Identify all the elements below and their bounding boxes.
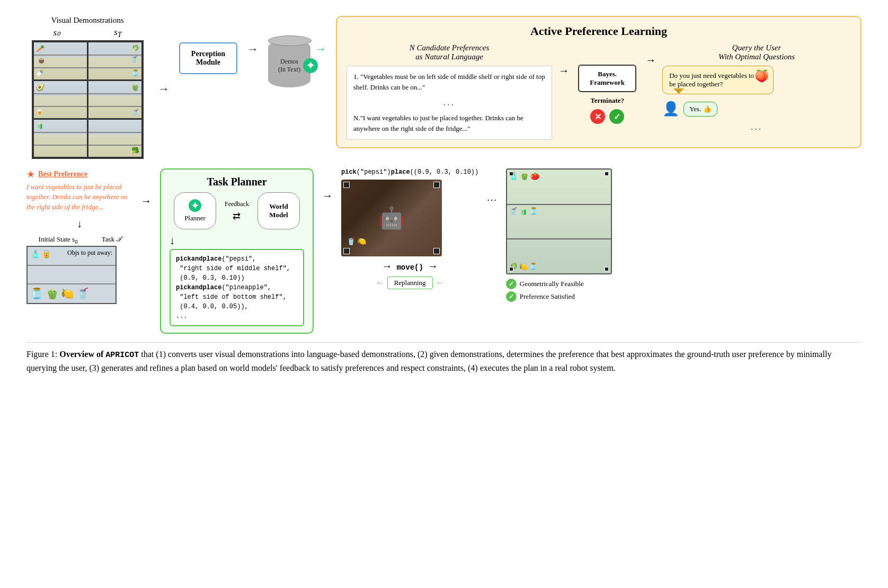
best-pref-section: ★ Best Preference I want vegetables to j… bbox=[26, 168, 132, 212]
s0-label: s₀ bbox=[53, 27, 60, 39]
openai-icon: ✦ bbox=[303, 58, 318, 73]
code-line5: "left side of bottom shelf", bbox=[176, 293, 287, 301]
task-label: Task 𝒯 bbox=[102, 235, 121, 245]
dots1: ... bbox=[353, 95, 545, 110]
speech-bubble-wrapper: 🍑 Do you just need vegetables to be plac… bbox=[662, 66, 851, 94]
robot-images: pick("pepsi") place((0.9, 0.3, 0.10)) 🤖 bbox=[341, 168, 478, 289]
fridge-grid: 🥕 🧉 🍼 🥬 🥤 🫙 bbox=[32, 40, 144, 159]
caption: Figure 1: Overview of APRICOT that (1) c… bbox=[26, 342, 862, 375]
user-bubble: Yes. 👍 bbox=[683, 102, 717, 117]
place-label: place((0.9, 0.3, 0.10)) bbox=[391, 168, 479, 176]
arrow-perc-demos: → bbox=[247, 16, 259, 56]
vis-demo-labels: s₀ sT bbox=[26, 27, 148, 39]
terminate-label: Terminate? bbox=[590, 96, 624, 105]
task-planner-box: Task Planner ✦ Planner Feedback ⇄ WorldM… bbox=[160, 168, 314, 334]
bubble-text: Do you just need vegetables to be placed… bbox=[669, 72, 754, 88]
fridge-cell-5: 🧃 bbox=[34, 120, 87, 157]
perception-label: PerceptionModule bbox=[191, 50, 225, 67]
peach-icon: 🍑 bbox=[754, 69, 769, 83]
badge-check-1: ✓ bbox=[506, 279, 517, 289]
terminate-buttons: ✕ ✓ bbox=[590, 109, 624, 124]
result-fridge: 🧴 🫑 🍅 🥤 🧃 🫙 🥬 🍋 🫙 bbox=[506, 168, 612, 302]
objs-label: Objs to put away: bbox=[67, 249, 112, 257]
code-line6: (0.4, 0.0, 0.05)), bbox=[176, 303, 248, 310]
system-bubble: 🍑 Do you just need vegetables to be plac… bbox=[662, 66, 774, 94]
bayes-label: Bayes.Framework bbox=[585, 70, 629, 87]
arrow-to-query: → bbox=[645, 43, 656, 66]
code-box: pickandplace("pepsi", "right side of mid… bbox=[170, 249, 304, 326]
terminate-no-btn: ✕ bbox=[590, 109, 605, 124]
fridge-cell-2: 🥬 🥤 🫙 bbox=[88, 42, 141, 79]
vis-demo: Visual Demonstrations s₀ sT 🥕 🧉 🍼 bbox=[26, 16, 148, 159]
caption-fig-label: Figure 1: bbox=[26, 350, 57, 359]
apl-inner: N Candidate Preferencesas Natural Langua… bbox=[347, 43, 851, 140]
replanning-area: ← Replanning ← bbox=[341, 277, 478, 289]
best-pref-text: I want vegetables to just be placed toge… bbox=[26, 182, 130, 212]
code-line3: (0.9, 0.3, 0.10)) bbox=[176, 274, 245, 282]
fruit-1: 🫙 bbox=[30, 287, 43, 300]
code-line2: "right side of middle shelf", bbox=[176, 265, 290, 272]
candidate-prefs-box: 1. "Vegetables must be on left side of m… bbox=[347, 66, 552, 140]
arrow-to-bayes: → bbox=[558, 43, 569, 77]
code-line1: pickandplace bbox=[176, 255, 221, 263]
left-col: ★ Best Preference I want vegetables to j… bbox=[26, 168, 132, 304]
corner-bl bbox=[343, 248, 350, 254]
world-model-label: WorldModel bbox=[269, 202, 288, 219]
apl-title: Active Preference Learning bbox=[347, 24, 851, 38]
fridge-cell-3: 🥑 🍺 bbox=[34, 81, 87, 118]
task-planner-title: Task Planner bbox=[170, 176, 304, 188]
star-icon: ★ bbox=[26, 168, 35, 180]
badge-row-1: ✓ Geometrically Feasible bbox=[506, 279, 584, 289]
caption-text: Overview of APRICOT that (1) converts us… bbox=[26, 350, 831, 372]
badge-row-2: ✓ Preference Satisfied bbox=[506, 291, 584, 302]
initial-state-labels: Initial State s0 Task 𝒯 bbox=[26, 235, 132, 245]
top-section: Visual Demonstrations s₀ sT 🥕 🧉 🍼 bbox=[26, 16, 862, 159]
pref1-text: 1. "Vegetables must be on left side of m… bbox=[353, 72, 545, 92]
fridge-cell-6: 🥦 bbox=[88, 120, 141, 157]
badge2-text: Preference Satisfied bbox=[520, 292, 575, 301]
fruit-3: 🍋 bbox=[61, 287, 74, 300]
code-dots: ... bbox=[176, 313, 188, 320]
cylinder-label: Demos(In Text) bbox=[278, 58, 300, 74]
perception-module: PerceptionModule bbox=[179, 42, 237, 74]
replanning-label: Replanning bbox=[394, 279, 426, 287]
query-dots: ... bbox=[662, 121, 851, 132]
replanning-box: Replanning bbox=[387, 277, 433, 289]
demos-cylinder: Demos(In Text) ✦ bbox=[268, 40, 310, 102]
best-pref-header: ★ Best Preference bbox=[26, 168, 132, 180]
arrow-to-planner: → bbox=[141, 168, 152, 207]
code-line4: pickandplace bbox=[176, 284, 221, 291]
planner-inner: ✦ Planner Feedback ⇄ WorldModel bbox=[170, 192, 304, 229]
robot-img-box: 🤖 🥤 🍋 bbox=[341, 180, 442, 256]
arrow-down-best: ↓ bbox=[26, 218, 132, 230]
fridge-cell-1: 🥕 🧉 🍼 bbox=[34, 42, 87, 79]
pick-label: pick("pepsi") bbox=[341, 168, 391, 176]
fruit-2: 🫑 bbox=[46, 287, 59, 300]
apl-box: Active Preference Learning N Candidate P… bbox=[336, 16, 862, 148]
query-col: Query the UserWith Optimal Questions 🍑 D… bbox=[662, 43, 851, 133]
query-title: Query the UserWith Optimal Questions bbox=[662, 43, 851, 61]
user-reply-text: Yes. 👍 bbox=[689, 105, 711, 113]
result-corner-bl bbox=[509, 267, 513, 271]
result-corner-br bbox=[605, 267, 609, 271]
feedback-label: Feedback bbox=[225, 200, 249, 208]
result-fridge-img: 🧴 🫑 🍅 🥤 🧃 🫙 🥬 🍋 🫙 bbox=[506, 168, 612, 274]
move-row: → move() → bbox=[341, 260, 478, 272]
vis-demo-title: Visual Demonstrations bbox=[51, 16, 124, 25]
arrow-to-code: ↓ bbox=[170, 235, 304, 247]
dots-between: ··· bbox=[487, 168, 498, 206]
arrow-demos-apl: → bbox=[315, 16, 326, 56]
corner-br bbox=[433, 248, 440, 254]
arrow-down-left: → bbox=[158, 16, 170, 96]
planner-openai-icon: ✦ bbox=[189, 199, 201, 212]
fruit-4: 🥤 bbox=[76, 287, 90, 300]
result-corner-tl bbox=[509, 172, 513, 176]
world-model-subbox: WorldModel bbox=[257, 192, 300, 229]
state-fridge: Objs to put away: 🫙 🫑 🍋 🥤 🧴 🥫 bbox=[26, 246, 117, 304]
page-container: Visual Demonstrations s₀ sT 🥕 🧉 🍼 bbox=[0, 0, 888, 385]
terminate-yes-btn: ✓ bbox=[609, 109, 624, 124]
result-badges: ✓ Geometrically Feasible ✓ Preference Sa… bbox=[506, 279, 584, 302]
planner-label: Planner bbox=[184, 214, 206, 222]
user-icon: 👤 bbox=[662, 101, 679, 117]
fruit-row: 🫙 🫑 🍋 🥤 bbox=[30, 287, 90, 300]
